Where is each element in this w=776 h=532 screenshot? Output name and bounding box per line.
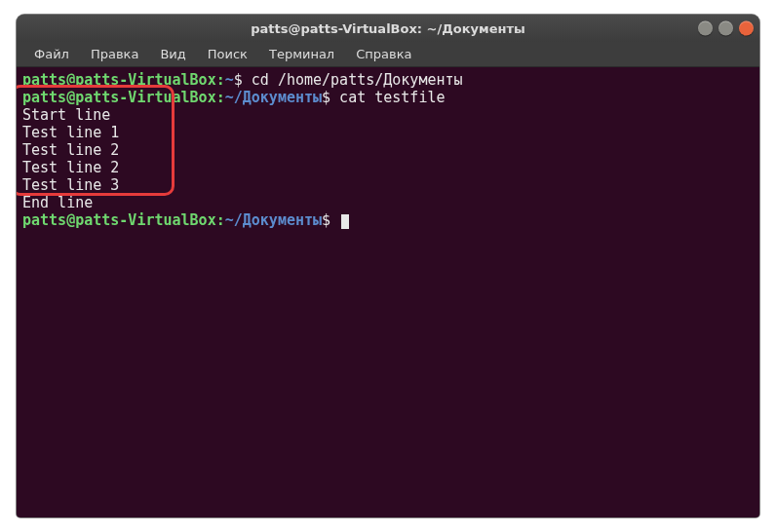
output-line: Test line 1: [22, 124, 754, 141]
prompt-sep: :: [216, 71, 225, 89]
close-icon[interactable]: [739, 21, 754, 36]
menu-terminal[interactable]: Терминал: [259, 45, 344, 63]
minimize-icon[interactable]: [698, 21, 713, 36]
window-title: patts@patts-VirtualBox: ~/Документы: [251, 21, 524, 36]
prompt-line-2: patts@patts-VirtualBox:~/Документы$ cat …: [22, 89, 754, 106]
output-line: Start line: [22, 106, 754, 124]
menubar: Файл Правка Вид Поиск Терминал Справка: [17, 42, 759, 67]
prompt-user: patts@patts-VirtualBox: [22, 71, 216, 89]
menu-help[interactable]: Справка: [346, 45, 421, 63]
prompt-dollar: $: [234, 71, 243, 89]
menu-search[interactable]: Поиск: [198, 45, 257, 63]
output-line: Test line 3: [22, 176, 754, 194]
prompt-user: patts@patts-VirtualBox: [22, 211, 216, 229]
prompt-sep: :: [216, 89, 225, 106]
window-controls: [698, 21, 754, 36]
output-line: Test line 2: [22, 141, 754, 159]
prompt-user: patts@patts-VirtualBox: [22, 89, 216, 106]
prompt-path: ~: [225, 71, 234, 89]
maximize-icon[interactable]: [718, 21, 733, 36]
output-line: Test line 2: [22, 159, 754, 176]
terminal-body[interactable]: patts@patts-VirtualBox:~$ cd /home/patts…: [17, 67, 759, 517]
terminal-window: patts@patts-VirtualBox: ~/Документы Файл…: [17, 15, 759, 517]
menu-file[interactable]: Файл: [24, 45, 79, 63]
titlebar: patts@patts-VirtualBox: ~/Документы: [17, 15, 759, 42]
prompt-sep: :: [216, 211, 225, 229]
menu-view[interactable]: Вид: [150, 45, 195, 63]
prompt-line-3: patts@patts-VirtualBox:~/Документы$: [22, 211, 754, 229]
output-line: End line: [22, 194, 754, 211]
command-text: cat testfile: [330, 89, 445, 106]
menu-edit[interactable]: Правка: [81, 45, 148, 63]
prompt-line-1: patts@patts-VirtualBox:~$ cd /home/patts…: [22, 71, 754, 89]
prompt-path: ~/Документы: [225, 89, 322, 106]
prompt-dollar: $: [322, 211, 330, 229]
command-text: cd /home/patts/Документы: [243, 71, 463, 89]
cursor-icon: [341, 214, 349, 229]
prompt-path: ~/Документы: [225, 211, 322, 229]
command-text: [330, 211, 339, 229]
prompt-dollar: $: [322, 89, 330, 106]
